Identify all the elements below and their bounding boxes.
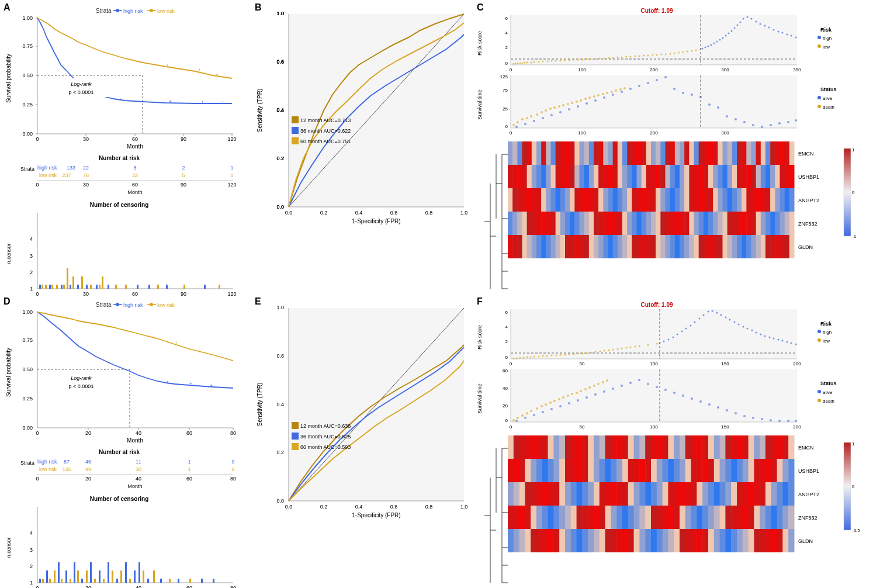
svg-point-779 [542,355,544,357]
svg-point-896 [682,395,684,397]
svg-rect-391 [536,165,542,188]
svg-text:0.00: 0.00 [22,131,33,137]
svg-rect-85 [70,285,71,289]
svg-rect-992 [536,459,542,482]
svg-point-220 [795,37,797,39]
svg-rect-1121 [702,506,708,529]
svg-text:5: 5 [182,172,185,178]
svg-rect-941 [531,435,536,459]
svg-point-192 [695,50,697,51]
svg-text:+: + [175,340,178,345]
svg-rect-402 [589,165,594,188]
svg-text:Strata: Strata [96,302,112,308]
svg-rect-1154 [605,529,611,552]
svg-text:+: + [201,99,204,105]
svg-rect-1153 [600,529,605,552]
svg-rect-988 [514,459,519,482]
svg-text:0.6: 0.6 [276,353,284,359]
svg-rect-1033 [771,459,777,482]
svg-point-817 [716,312,718,314]
svg-rect-569 [527,235,532,258]
svg-rect-609 [718,235,723,258]
svg-text:60: 60 [132,136,138,142]
panel-c-svg: Cutoff: 1.09 Risk score 6 4 2 0 [476,2,880,296]
svg-rect-572 [541,235,546,258]
svg-point-209 [747,16,749,18]
svg-rect-343 [594,141,599,165]
svg-point-198 [713,43,715,44]
svg-rect-86 [72,276,74,289]
svg-rect-1160 [639,529,645,552]
svg-rect-960 [639,435,645,459]
svg-rect-89 [86,285,88,289]
svg-rect-378 [761,141,766,165]
svg-point-873 [593,385,595,387]
svg-rect-390 [532,165,537,188]
svg-point-305 [817,96,821,99]
svg-rect-446 [512,188,518,212]
svg-rect-983 [771,435,777,459]
svg-point-823 [743,326,744,328]
svg-point-813 [699,318,701,320]
svg-rect-365 [699,141,704,165]
svg-rect-484 [694,188,699,212]
svg-point-186 [670,53,671,55]
svg-point-207 [740,22,742,23]
svg-text:0: 0 [36,182,39,188]
svg-text:1: 1 [30,580,33,586]
svg-point-832 [782,340,784,342]
svg-rect-731 [153,570,155,583]
svg-point-254 [576,101,578,103]
svg-text:125: 125 [500,74,508,79]
svg-rect-584 [598,235,604,258]
svg-rect-436 [751,165,757,188]
svg-text:20: 20 [85,430,91,436]
svg-point-782 [556,355,557,357]
svg-point-819 [725,317,727,319]
svg-rect-439 [765,165,771,188]
svg-rect-418 [666,165,671,188]
svg-rect-131 [292,116,299,123]
svg-rect-482 [684,188,690,212]
svg-rect-1061 [645,482,651,506]
svg-text:6: 6 [505,310,508,315]
svg-text:death: death [823,399,834,404]
svg-text:237: 237 [62,172,71,178]
svg-rect-348 [618,141,623,165]
svg-text:80: 80 [230,476,236,482]
svg-rect-1089 [519,506,525,529]
svg-text:80: 80 [230,430,236,436]
svg-rect-962 [651,435,657,459]
svg-rect-713 [74,562,75,583]
svg-rect-367 [708,141,713,165]
svg-text:low risk: low risk [157,8,175,14]
svg-rect-1020 [697,459,702,482]
svg-rect-551 [727,212,733,235]
svg-point-776 [530,357,532,358]
svg-rect-589 [622,235,628,258]
svg-text:Sensitivity (TPR): Sensitivity (TPR) [257,89,263,132]
svg-rect-554 [742,212,747,235]
svg-rect-458 [570,188,575,212]
svg-point-799 [630,347,632,348]
svg-text:30: 30 [83,136,89,142]
svg-rect-502 [780,188,785,212]
svg-rect-497 [756,188,761,212]
svg-rect-1047 [565,482,571,506]
svg-text:1.00: 1.00 [22,15,33,21]
svg-text:GLDN: GLDN [798,538,813,544]
svg-rect-956 [616,435,622,459]
svg-rect-704 [39,579,41,583]
svg-point-147 [513,63,515,65]
svg-rect-989 [519,459,525,482]
svg-rect-1006 [616,459,622,482]
svg-text:20: 20 [503,403,508,409]
svg-text:100: 100 [578,130,586,136]
svg-text:Number at risk: Number at risk [99,449,140,455]
svg-point-169 [595,58,597,60]
svg-rect-583 [594,235,599,258]
svg-rect-599 [670,235,675,258]
svg-point-214 [768,27,770,29]
svg-rect-1109 [634,506,640,529]
svg-rect-600 [675,235,680,258]
